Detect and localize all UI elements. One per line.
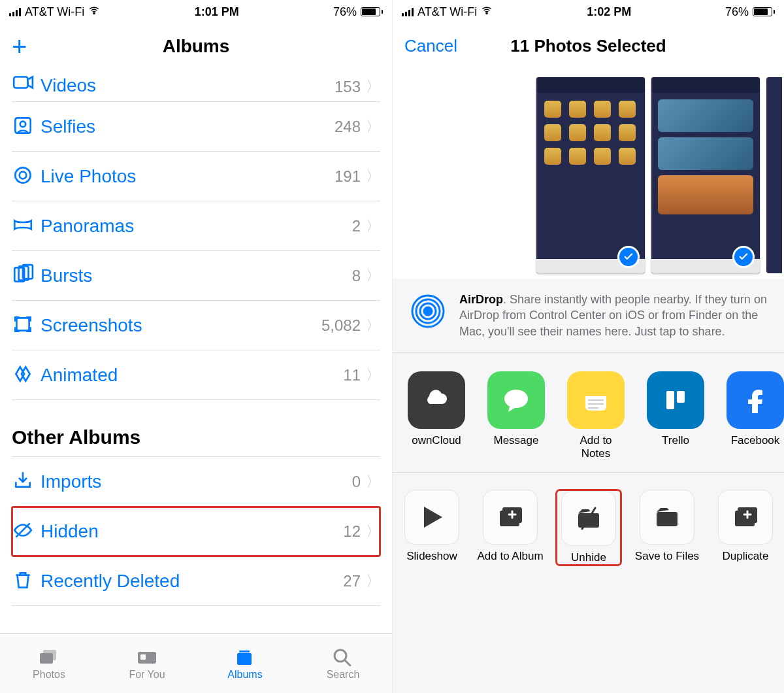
play-icon [404, 490, 459, 545]
chevron-right-icon: 〉 [366, 316, 380, 335]
check-icon [617, 246, 640, 268]
album-label: Selfies [41, 116, 335, 137]
album-label: Recently Deleted [41, 571, 343, 592]
photo-thumbnail[interactable] [766, 77, 782, 273]
airdrop-icon [408, 292, 448, 339]
trello-icon [647, 371, 704, 429]
selected-thumbnails [393, 69, 784, 281]
chevron-right-icon: 〉 [366, 266, 380, 286]
chevron-right-icon: 〉 [366, 216, 380, 236]
album-label: Videos [41, 75, 335, 96]
album-row-live photos[interactable]: Live Photos 191 〉 [12, 152, 380, 201]
action-label: Slideshow [406, 550, 457, 563]
selection-title: 11 Photos Selected [510, 36, 666, 56]
action-slideshow[interactable]: Slideshow [399, 490, 465, 566]
tab-label: For You [129, 669, 165, 681]
photo-thumbnail[interactable] [651, 77, 760, 273]
wifi-icon [481, 5, 493, 20]
album-row-videos[interactable]: Videos 153 〉 [12, 69, 380, 102]
pano-icon [12, 214, 41, 239]
screenshot-icon [12, 313, 41, 338]
albums-list: Videos 153 〉 Selfies 248 〉 Live Photos 1… [0, 69, 392, 633]
imports-icon [12, 469, 41, 494]
clock: 1:01 PM [195, 5, 239, 19]
album-count: 2 [352, 217, 361, 235]
status-bar: AT&T Wi-Fi 1:01 PM 76% [0, 0, 392, 24]
action-add to album[interactable]: Add to Album [478, 490, 543, 566]
album-label: Panoramas [41, 216, 352, 237]
album-label: Imports [41, 471, 352, 492]
album-label: Animated [41, 365, 343, 386]
nav-bar: Cancel 11 Photos Selected [393, 24, 784, 69]
album-label: Screenshots [41, 315, 321, 336]
photo-thumbnail[interactable] [536, 77, 645, 273]
tab-label: Albums [227, 669, 262, 681]
action-label: Add to Album [477, 550, 543, 563]
tab-for you[interactable]: For You [98, 634, 196, 693]
check-icon [732, 246, 755, 268]
album-label: Bursts [41, 265, 352, 286]
action-unhide[interactable]: Unhide [556, 490, 621, 566]
share-actions-row: Slideshow Add to Album Unhide Save to Fi… [393, 473, 784, 577]
tab-photos[interactable]: Photos [0, 634, 98, 693]
live-icon [12, 164, 41, 189]
animated-icon [12, 363, 41, 388]
cloud-icon [408, 371, 465, 429]
share-apps-row: ownCloud Message Add to Notes Trello Fac… [393, 353, 784, 473]
album-row-animated[interactable]: Animated 11 〉 [12, 350, 380, 400]
album-count: 12 [343, 522, 361, 541]
share-app-facebook[interactable]: Facebook [723, 371, 784, 460]
action-label: Save to Files [635, 550, 699, 563]
battery-percent: 76% [333, 5, 357, 19]
album-row-bursts[interactable]: Bursts 8 〉 [12, 251, 380, 301]
chevron-right-icon: 〉 [366, 522, 380, 541]
video-icon [12, 71, 41, 96]
album-count: 0 [352, 473, 361, 491]
deleted-icon [12, 569, 41, 594]
dup-icon [718, 490, 773, 545]
album-count: 8 [352, 267, 361, 285]
album-row-selfies[interactable]: Selfies 248 〉 [12, 102, 380, 152]
app-label: Facebook [731, 434, 780, 447]
svg-point-0 [93, 12, 95, 14]
chevron-right-icon: 〉 [366, 365, 380, 385]
tab-label: Search [327, 669, 360, 681]
album-row-hidden[interactable]: Hidden 12 〉 [12, 507, 380, 556]
album-label: Hidden [41, 521, 343, 542]
folder-icon [640, 490, 694, 545]
chevron-right-icon: 〉 [366, 76, 380, 96]
chevron-right-icon: 〉 [366, 167, 380, 186]
other-albums-header: Other Albums [12, 426, 380, 448]
add-album-button[interactable]: + [12, 33, 27, 59]
albums-screen: AT&T Wi-Fi 1:01 PM 76% + Albums Videos 1… [0, 0, 392, 693]
album-label: Live Photos [41, 166, 335, 187]
svg-point-2 [424, 307, 432, 315]
share-app-trello[interactable]: Trello [644, 371, 708, 460]
svg-point-1 [486, 12, 487, 14]
share-app-add to notes[interactable]: Add to Notes [564, 371, 628, 460]
unhide-icon [561, 491, 616, 546]
album-count: 248 [335, 118, 361, 136]
hidden-icon [12, 519, 41, 544]
album-row-imports[interactable]: Imports 0 〉 [12, 457, 380, 507]
airdrop-row[interactable]: AirDrop. Share instantly with people nea… [393, 279, 784, 353]
album-row-screenshots[interactable]: Screenshots 5,082 〉 [12, 301, 380, 350]
selfie-icon [12, 114, 41, 139]
album-count: 27 [343, 572, 361, 590]
airdrop-text: AirDrop. Share instantly with people nea… [459, 292, 768, 339]
tab-search[interactable]: Search [294, 634, 392, 693]
share-app-owncloud[interactable]: ownCloud [404, 371, 468, 460]
nav-bar: + Albums [0, 24, 392, 69]
action-save to files[interactable]: Save to Files [634, 490, 700, 566]
battery-icon [361, 7, 383, 16]
cancel-button[interactable]: Cancel [404, 36, 457, 56]
album-count: 191 [335, 167, 361, 186]
share-app-message[interactable]: Message [484, 371, 548, 460]
battery-icon [753, 7, 775, 16]
action-duplicate[interactable]: Duplicate [713, 490, 778, 566]
app-label: ownCloud [412, 434, 461, 447]
album-row-panoramas[interactable]: Panoramas 2 〉 [12, 201, 380, 251]
album-row-recently deleted[interactable]: Recently Deleted 27 〉 [12, 556, 380, 606]
status-bar: AT&T Wi-Fi 1:02 PM 76% [393, 0, 784, 24]
tab-albums[interactable]: Albums [196, 634, 294, 693]
